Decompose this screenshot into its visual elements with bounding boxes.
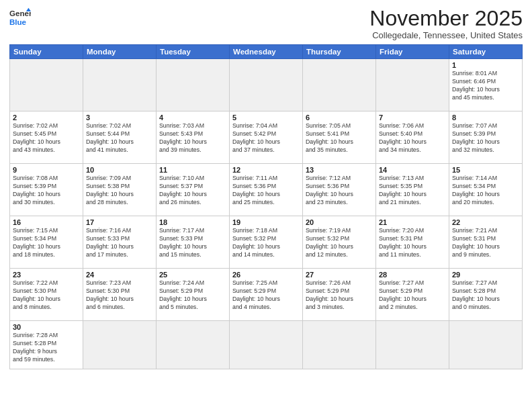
day-cell-31: 26Sunrise: 7:25 AMSunset: 5:29 PMDayligh… xyxy=(230,269,303,321)
weekday-header-saturday: Saturday xyxy=(449,45,523,59)
day-cell-40 xyxy=(376,321,449,369)
day-cell-3 xyxy=(230,59,303,111)
day-number: 1 xyxy=(452,61,519,69)
day-cell-21: 16Sunrise: 7:15 AMSunset: 5:34 PMDayligh… xyxy=(10,216,83,269)
svg-text:Blue: Blue xyxy=(9,18,27,26)
day-number: 24 xyxy=(86,271,153,279)
day-cell-11: 6Sunrise: 7:05 AMSunset: 5:41 PMDaylight… xyxy=(303,111,376,164)
day-cell-30: 25Sunrise: 7:24 AMSunset: 5:29 PMDayligh… xyxy=(157,269,230,321)
day-cell-5 xyxy=(376,59,449,111)
day-cell-13: 8Sunrise: 7:07 AMSunset: 5:39 PMDaylight… xyxy=(449,111,523,164)
day-number: 16 xyxy=(13,218,80,226)
day-cell-17: 12Sunrise: 7:11 AMSunset: 5:36 PMDayligh… xyxy=(230,164,303,216)
day-cell-20: 15Sunrise: 7:14 AMSunset: 5:34 PMDayligh… xyxy=(449,164,523,216)
day-cell-26: 21Sunrise: 7:20 AMSunset: 5:31 PMDayligh… xyxy=(376,216,449,269)
day-cell-35: 30Sunrise: 7:28 AMSunset: 5:28 PMDayligh… xyxy=(10,321,83,369)
day-cell-0 xyxy=(10,59,83,111)
day-info: Sunrise: 7:10 AMSunset: 5:37 PMDaylight:… xyxy=(159,175,226,207)
day-number: 18 xyxy=(159,218,226,226)
weekday-header-thursday: Thursday xyxy=(303,45,376,59)
month-title: November 2025 xyxy=(369,7,523,30)
day-cell-32: 27Sunrise: 7:26 AMSunset: 5:29 PMDayligh… xyxy=(303,269,376,321)
day-info: Sunrise: 7:04 AMSunset: 5:42 PMDaylight:… xyxy=(232,122,300,154)
day-info: Sunrise: 7:18 AMSunset: 5:32 PMDaylight:… xyxy=(232,227,300,259)
page: General Blue November 2025 Collegedale, … xyxy=(0,0,532,411)
day-info: Sunrise: 7:02 AMSunset: 5:45 PMDaylight:… xyxy=(13,122,80,154)
day-cell-2 xyxy=(157,59,230,111)
day-info: Sunrise: 7:02 AMSunset: 5:44 PMDaylight:… xyxy=(86,122,153,154)
day-info: Sunrise: 7:20 AMSunset: 5:31 PMDaylight:… xyxy=(379,227,446,259)
day-number: 6 xyxy=(306,113,373,122)
day-number: 17 xyxy=(86,218,153,226)
day-cell-7: 2Sunrise: 7:02 AMSunset: 5:45 PMDaylight… xyxy=(10,111,83,164)
day-info: Sunrise: 7:26 AMSunset: 5:29 PMDaylight:… xyxy=(306,279,373,312)
day-number: 26 xyxy=(232,271,300,279)
weekday-header-tuesday: Tuesday xyxy=(157,45,230,59)
day-cell-4 xyxy=(303,59,376,111)
day-number: 27 xyxy=(306,271,373,279)
day-cell-41 xyxy=(449,321,523,369)
week-row-5: 30Sunrise: 7:28 AMSunset: 5:28 PMDayligh… xyxy=(10,321,523,369)
day-cell-27: 22Sunrise: 7:21 AMSunset: 5:31 PMDayligh… xyxy=(449,216,523,269)
day-cell-34: 29Sunrise: 7:27 AMSunset: 5:28 PMDayligh… xyxy=(449,269,523,321)
day-info: Sunrise: 7:06 AMSunset: 5:40 PMDaylight:… xyxy=(379,122,446,154)
day-number: 21 xyxy=(379,218,446,226)
day-number: 3 xyxy=(86,113,153,122)
day-info: Sunrise: 7:25 AMSunset: 5:29 PMDaylight:… xyxy=(232,279,300,312)
day-info: Sunrise: 7:16 AMSunset: 5:33 PMDaylight:… xyxy=(86,227,153,259)
day-cell-10: 5Sunrise: 7:04 AMSunset: 5:42 PMDaylight… xyxy=(230,111,303,164)
day-info: Sunrise: 7:23 AMSunset: 5:30 PMDaylight:… xyxy=(86,279,153,312)
day-cell-16: 11Sunrise: 7:10 AMSunset: 5:37 PMDayligh… xyxy=(157,164,230,216)
day-cell-33: 28Sunrise: 7:27 AMSunset: 5:29 PMDayligh… xyxy=(376,269,449,321)
day-info: Sunrise: 7:15 AMSunset: 5:34 PMDaylight:… xyxy=(13,227,80,259)
day-info: Sunrise: 7:11 AMSunset: 5:36 PMDaylight:… xyxy=(232,175,300,207)
day-number: 15 xyxy=(452,166,519,174)
week-row-1: 2Sunrise: 7:02 AMSunset: 5:45 PMDaylight… xyxy=(10,111,523,164)
day-info: Sunrise: 7:28 AMSunset: 5:28 PMDaylight:… xyxy=(13,332,80,364)
weekday-header-monday: Monday xyxy=(83,45,157,59)
day-info: Sunrise: 7:22 AMSunset: 5:30 PMDaylight:… xyxy=(13,279,80,312)
day-number: 9 xyxy=(13,166,80,174)
day-info: Sunrise: 7:07 AMSunset: 5:39 PMDaylight:… xyxy=(452,122,519,154)
day-number: 8 xyxy=(452,113,519,122)
week-row-2: 9Sunrise: 7:08 AMSunset: 5:39 PMDaylight… xyxy=(10,164,523,216)
day-info: Sunrise: 8:01 AMSunset: 6:46 PMDaylight:… xyxy=(452,70,519,102)
day-info: Sunrise: 7:12 AMSunset: 5:36 PMDaylight:… xyxy=(306,175,373,207)
day-number: 4 xyxy=(159,113,226,122)
day-info: Sunrise: 7:27 AMSunset: 5:28 PMDaylight:… xyxy=(452,279,519,312)
day-cell-23: 18Sunrise: 7:17 AMSunset: 5:33 PMDayligh… xyxy=(157,216,230,269)
logo-icon: General Blue xyxy=(9,7,31,28)
header: General Blue November 2025 Collegedale, … xyxy=(9,7,523,40)
day-number: 29 xyxy=(452,271,519,279)
day-number: 12 xyxy=(232,166,300,174)
day-cell-18: 13Sunrise: 7:12 AMSunset: 5:36 PMDayligh… xyxy=(303,164,376,216)
logo: General Blue xyxy=(9,7,31,28)
day-number: 5 xyxy=(232,113,300,122)
weekday-header-sunday: Sunday xyxy=(10,45,83,59)
day-cell-1 xyxy=(83,59,157,111)
day-cell-24: 19Sunrise: 7:18 AMSunset: 5:32 PMDayligh… xyxy=(230,216,303,269)
day-cell-29: 24Sunrise: 7:23 AMSunset: 5:30 PMDayligh… xyxy=(83,269,157,321)
weekday-header-wednesday: Wednesday xyxy=(230,45,303,59)
day-cell-9: 4Sunrise: 7:03 AMSunset: 5:43 PMDaylight… xyxy=(157,111,230,164)
day-info: Sunrise: 7:14 AMSunset: 5:34 PMDaylight:… xyxy=(452,175,519,207)
day-number: 22 xyxy=(452,218,519,226)
day-info: Sunrise: 7:05 AMSunset: 5:41 PMDaylight:… xyxy=(306,122,373,154)
day-info: Sunrise: 7:09 AMSunset: 5:38 PMDaylight:… xyxy=(86,175,153,207)
day-info: Sunrise: 7:24 AMSunset: 5:29 PMDaylight:… xyxy=(159,279,226,312)
day-number: 13 xyxy=(306,166,373,174)
day-number: 10 xyxy=(86,166,153,174)
day-cell-39 xyxy=(303,321,376,369)
week-row-3: 16Sunrise: 7:15 AMSunset: 5:34 PMDayligh… xyxy=(10,216,523,269)
day-info: Sunrise: 7:03 AMSunset: 5:43 PMDaylight:… xyxy=(159,122,226,154)
day-number: 2 xyxy=(13,113,80,122)
day-number: 28 xyxy=(379,271,446,279)
day-number: 25 xyxy=(159,271,226,279)
day-info: Sunrise: 7:27 AMSunset: 5:29 PMDaylight:… xyxy=(379,279,446,312)
day-number: 14 xyxy=(379,166,446,174)
day-number: 7 xyxy=(379,113,446,122)
day-info: Sunrise: 7:13 AMSunset: 5:35 PMDaylight:… xyxy=(379,175,446,207)
day-cell-25: 20Sunrise: 7:19 AMSunset: 5:32 PMDayligh… xyxy=(303,216,376,269)
day-cell-12: 7Sunrise: 7:06 AMSunset: 5:40 PMDaylight… xyxy=(376,111,449,164)
day-number: 30 xyxy=(13,323,80,331)
